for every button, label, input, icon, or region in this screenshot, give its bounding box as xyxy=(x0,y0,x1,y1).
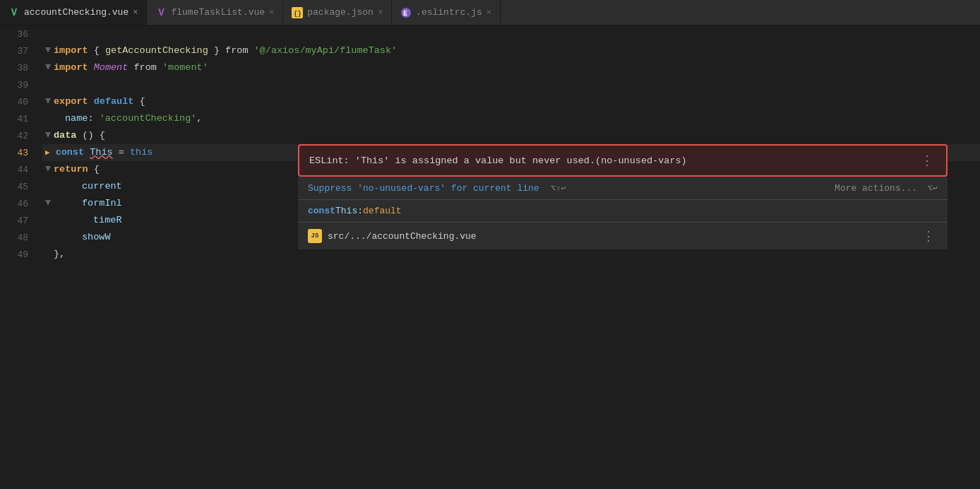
popup-container: ESLint: 'This' is assigned a value but n… xyxy=(298,144,948,249)
popup-action-row: Suppress 'no-unused-vars' for current li… xyxy=(298,177,948,199)
popup-suppress-kbd: ⌥⇧↩ xyxy=(551,184,566,194)
popup-info-var: This xyxy=(335,206,357,216)
code-line-37: import { getAccountChecking } from '@/ax… xyxy=(42,42,980,59)
code-line-39 xyxy=(42,76,980,93)
line-num-44: 44 xyxy=(0,161,28,178)
tab-eslintrc[interactable]: E .eslintrc.js × xyxy=(392,0,501,25)
popup-error-text: ESLint: 'This' is assigned a value but n… xyxy=(309,155,687,166)
fold-indicator-44 xyxy=(42,161,54,178)
keyword-this: this xyxy=(130,144,153,161)
tab-account-checking[interactable]: V accountChecking.vue × xyxy=(0,0,147,25)
space-43c xyxy=(124,144,130,161)
popup-info-type: default xyxy=(363,206,402,216)
tab-flume-task-list[interactable]: V flumeTaskList.vue × xyxy=(147,0,283,25)
line-num-49: 49 xyxy=(0,246,28,263)
line-num-40: 40 xyxy=(0,93,28,110)
fold-indicator-38 xyxy=(42,59,54,76)
space-40a xyxy=(88,93,94,110)
tab-account-checking-label: accountChecking.vue xyxy=(24,7,129,18)
keyword-import-38: import xyxy=(54,59,88,76)
code-line-40: export default { xyxy=(42,93,980,110)
line-num-48: 48 xyxy=(0,229,28,246)
tab-eslintrc-close[interactable]: × xyxy=(486,8,491,18)
punct-49: }, xyxy=(54,246,65,263)
popup-file-js-icon: JS xyxy=(308,229,322,243)
popup-info-colon: : xyxy=(357,206,363,216)
svg-marker-4 xyxy=(45,47,51,53)
import-path-38: 'moment' xyxy=(162,59,208,76)
line-num-36: 36 xyxy=(0,25,28,42)
keyword-data: data xyxy=(54,127,76,144)
tab-flume-task-list-close[interactable]: × xyxy=(269,8,274,18)
line-num-43: 43 xyxy=(0,144,28,161)
svg-marker-5 xyxy=(45,64,51,70)
space-41 xyxy=(94,110,100,127)
punct-40-brace: { xyxy=(140,93,145,110)
fold-indicator-42 xyxy=(42,127,54,144)
keyword-default: default xyxy=(94,93,134,110)
popup-more-actions-kbd: ⌥↩ xyxy=(928,184,938,194)
line-num-41: 41 xyxy=(0,110,28,127)
code-line-36 xyxy=(42,25,980,42)
tab-account-checking-close[interactable]: × xyxy=(133,8,138,18)
editor: 36 37 38 39 40 41 42 43 44 45 46 47 48 4… xyxy=(0,25,980,489)
space-38b xyxy=(128,59,133,76)
popup-suppress-action[interactable]: Suppress 'no-unused-vars' for current li… xyxy=(308,182,566,194)
space-40b xyxy=(133,93,139,110)
popup-file-more-btn[interactable]: ⋮ xyxy=(919,228,938,244)
space-43a xyxy=(84,144,90,161)
space-37 xyxy=(249,42,254,59)
line-numbers: 36 37 38 39 40 41 42 43 44 45 46 47 48 4… xyxy=(0,25,37,489)
popup-info-row: const This : default xyxy=(298,200,948,222)
prop-name: name xyxy=(65,110,88,127)
tab-package-json[interactable]: {} package.json × xyxy=(283,0,392,25)
space-38c xyxy=(157,59,162,76)
tab-package-json-close[interactable]: × xyxy=(378,8,383,18)
popup-more-actions-label: More actions... xyxy=(835,183,917,194)
popup-info-const: const xyxy=(308,206,335,216)
tab-eslintrc-label: .eslintrc.js xyxy=(416,7,482,18)
popup-file-row: JS src/.../accountChecking.vue ⋮ xyxy=(298,222,948,249)
package-json-icon: {} xyxy=(292,7,303,18)
popup-file-text: src/.../accountChecking.vue xyxy=(328,231,477,242)
svg-text:E: E xyxy=(403,10,407,18)
var-formInl: formInl xyxy=(82,195,122,212)
svg-marker-7 xyxy=(45,132,51,138)
var-timeR: timeR xyxy=(93,212,122,229)
svg-text:{}: {} xyxy=(294,11,301,18)
line-num-46: 46 xyxy=(0,195,28,212)
tab-package-json-label: package.json xyxy=(307,7,374,18)
line-num-37: 37 xyxy=(0,42,28,59)
var-Moment: Moment xyxy=(94,59,129,76)
space-42 xyxy=(76,127,82,144)
svg-marker-9 xyxy=(45,200,51,206)
popup-more-actions[interactable]: More actions... ⌥↩ xyxy=(835,182,938,194)
from-kw-38: from xyxy=(133,59,156,76)
equals-43: = xyxy=(119,144,124,161)
space-43b xyxy=(113,144,119,161)
svg-marker-8 xyxy=(45,166,51,172)
svg-marker-6 xyxy=(45,98,51,104)
popup-file-info: JS src/.../accountChecking.vue xyxy=(308,229,477,243)
fold-indicator-46 xyxy=(42,195,54,212)
vue-icon-purple: V xyxy=(155,7,167,18)
fold-indicator-37 xyxy=(42,42,54,59)
punct-41-comma: , xyxy=(196,110,202,127)
code-line-42: data () { xyxy=(42,127,980,144)
punct-41-colon: : xyxy=(88,110,93,127)
punct-42: () { xyxy=(83,127,105,144)
play-triangle-43: ▶ xyxy=(45,144,50,161)
tab-bar: V accountChecking.vue × V flumeTaskList.… xyxy=(0,0,980,25)
punct-44: { xyxy=(94,161,100,178)
var-current: current xyxy=(82,178,122,195)
code-area: import { getAccountChecking } from '@/ax… xyxy=(37,25,980,489)
from-kw-37: from xyxy=(225,42,248,59)
punct-37a: { xyxy=(88,42,105,59)
popup-error-more-btn[interactable]: ⋮ xyxy=(918,153,936,168)
line-num-45: 45 xyxy=(0,178,28,195)
space-38a xyxy=(88,59,94,76)
code-line-41: name : 'accountChecking' , xyxy=(42,110,980,127)
space-44 xyxy=(88,161,94,178)
str-accountChecking: 'accountChecking' xyxy=(100,110,197,127)
keyword-export: export xyxy=(54,93,88,110)
